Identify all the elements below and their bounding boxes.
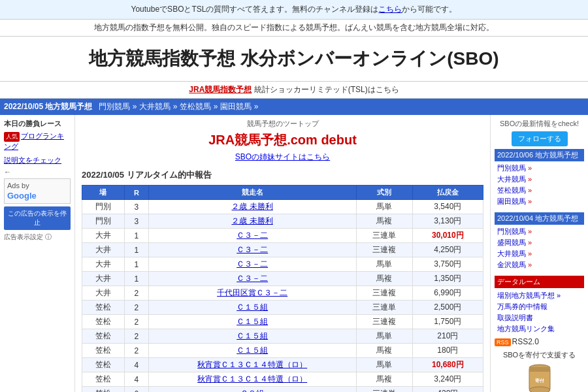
nav-ooi[interactable]: 大井競馬 » — [139, 101, 177, 112]
sidebar-monbetsu-2[interactable]: 門別競馬 » — [495, 226, 584, 237]
cell-r: 2 — [124, 329, 148, 344]
cell-r: 6 — [124, 387, 148, 393]
sister-site-link[interactable]: SBOの姉妹サイトはこちら — [235, 152, 330, 161]
cell-r: 1 — [124, 257, 148, 272]
cell-payout: 210円 — [412, 329, 483, 344]
jra-debut-title: JRA競馬予想.com debut — [82, 131, 483, 149]
race-name-link[interactable]: Ｃ３－二 — [237, 231, 268, 240]
cell-type: 馬複 — [356, 214, 412, 229]
table-row: 笠松6Ｃ９組三連単430円 — [82, 387, 483, 393]
nav-sonoda[interactable]: 園田競馬 » — [220, 101, 258, 112]
cell-type: 馬複 — [356, 272, 412, 286]
race-name-link[interactable]: Ｃ３－二 — [237, 259, 268, 269]
race-name-link[interactable]: 秋宵賞Ｃ１３Ｃ１４特選（ロ） — [197, 360, 307, 369]
cell-payout: 3,130円 — [412, 214, 483, 229]
cell-name: Ｃ１５組 — [148, 301, 356, 315]
cell-payout: 4,250円 — [412, 243, 483, 257]
table-row: 門別3２歳 未勝利馬複3,130円 — [82, 214, 483, 229]
cell-venue: 笠松 — [82, 301, 125, 315]
rss-label: RSS2.0 — [512, 337, 539, 346]
race-name-link[interactable]: Ｃ３－二 — [237, 274, 268, 283]
race-name-link[interactable]: 秋宵賞Ｃ１３Ｃ１４特選（ロ） — [197, 374, 307, 384]
cell-venue: 門別 — [82, 214, 125, 229]
sidebar-ooi-2[interactable]: 大井競馬 » — [495, 248, 584, 259]
sidebar-kasamatsu-1[interactable]: 笠松競馬 » — [495, 185, 584, 196]
table-row: 笠松2Ｃ１５組三連単2,500円 — [82, 301, 483, 315]
race-name-link[interactable]: Ｃ１５組 — [237, 317, 268, 326]
sidebar-date-1: 2022/10/06 地方競馬予想 — [495, 149, 584, 161]
sidebar-group-1: 2022/10/06 地方競馬予想 門別競馬 » 大井競馬 » 笠松競馬 » 園… — [495, 149, 584, 207]
race-name-link[interactable]: Ｃ１５組 — [237, 346, 268, 355]
cell-payout: 180円 — [412, 344, 483, 358]
cell-r: 3 — [124, 200, 148, 214]
nav-kasamatsu[interactable]: 笠松競馬 » — [180, 101, 218, 112]
top-banner-link[interactable]: こちら — [378, 5, 402, 14]
main-layout: 本日の勝負レース 人気ブログランキング 説明文をチェック ← Ads by Go… — [0, 115, 588, 392]
cell-type: 馬単 — [356, 200, 412, 214]
link-collection-link[interactable]: 地方競馬リンク集 — [495, 323, 584, 335]
cell-venue: 大井 — [82, 272, 125, 286]
ad-setting[interactable]: 広告表示設定 ⓘ — [4, 233, 71, 242]
cell-name: 秋宵賞Ｃ１３Ｃ１４特選（ロ） — [148, 358, 356, 372]
race-name-link[interactable]: 千代田区賞Ｃ３－二 — [217, 288, 287, 297]
support-text: SBOを寄付で支援する — [495, 350, 584, 360]
cell-payout: 10,680円 — [412, 358, 483, 372]
sidebar-morioka-2[interactable]: 盛岡競馬 » — [495, 237, 584, 248]
report-title: 2022/10/05 リアルタイム的中報告 — [82, 169, 483, 181]
race-table: 場 R 競走名 式別 払戻金 門別3２歳 未勝利馬単3,540円門別3２歳 未勝… — [82, 185, 483, 392]
cell-name: ２歳 未勝利 — [148, 200, 356, 214]
voucher-link[interactable]: 万馬券的中情報 — [495, 301, 584, 312]
can-icon: 寄付 — [527, 363, 553, 392]
cell-r: 2 — [124, 286, 148, 301]
sidebar-ooi-1[interactable]: 大井競馬 » — [495, 174, 584, 185]
sidebar-monbetsu-1[interactable]: 門別競馬 » — [495, 163, 584, 174]
cell-payout: 30,010円 — [412, 229, 483, 243]
left-arrow: ← — [4, 168, 71, 176]
manual-link[interactable]: 取扱説明書 — [495, 312, 584, 323]
follow-button[interactable]: フォローする — [512, 131, 568, 146]
local-prediction-link[interactable]: 場別地方競馬予想 » — [495, 290, 584, 301]
jra-link-bar: JRA競馬指数予想 統計ショッカーリミテッド(TSL)はこちら — [0, 81, 588, 99]
race-name-link[interactable]: ２歳 未勝利 — [231, 202, 272, 211]
cell-payout: 3,750円 — [412, 257, 483, 272]
cell-r: 1 — [124, 272, 148, 286]
cell-type: 三連単 — [356, 229, 412, 243]
rss-row: RSSRSS2.0 — [495, 337, 584, 346]
cell-venue: 笠松 — [82, 372, 125, 387]
check-link[interactable]: 説明文をチェック — [4, 155, 71, 165]
col-type: 式別 — [356, 186, 412, 200]
sidebar-kanazawa-2[interactable]: 金沢競馬 » — [495, 259, 584, 270]
nav-date: 2022/10/05 地方競馬予想 — [4, 101, 92, 112]
sidebar-sonoda-1[interactable]: 園田競馬 » — [495, 196, 584, 207]
data-room[interactable]: データルーム — [495, 276, 584, 288]
race-name-link[interactable]: Ｃ１５組 — [237, 331, 268, 340]
cell-type: 馬複 — [356, 372, 412, 387]
jra-link[interactable]: JRA競馬指数予想 — [189, 85, 252, 94]
cell-type: 馬単 — [356, 329, 412, 344]
cell-name: ２歳 未勝利 — [148, 214, 356, 229]
cell-payout: 1,350円 — [412, 272, 483, 286]
race-name-link[interactable]: ２歳 未勝利 — [231, 216, 272, 225]
cell-r: 2 — [124, 301, 148, 315]
table-row: 大井1Ｃ３－二馬複1,350円 — [82, 272, 483, 286]
top-banner-text: YoutubeでSBOとTSLの質問すべて答えます。無料のチャンネル登録は — [131, 5, 379, 14]
table-row: 笠松4秋宵賞Ｃ１３Ｃ１４特選（ロ）馬複3,240円 — [82, 372, 483, 387]
cell-name: Ｃ９組 — [148, 387, 356, 393]
ads-box: Ads by Google — [4, 178, 71, 204]
race-name-link[interactable]: Ｃ３－二 — [237, 245, 268, 254]
jra-link-rest: 統計ショッカーリミテッド(TSL)はこちら — [252, 85, 399, 94]
cell-venue: 笠松 — [82, 315, 125, 329]
nav-monbetsu[interactable]: 門別競馬 » — [99, 101, 137, 112]
svg-point-2 — [529, 387, 550, 392]
cell-r: 4 — [124, 372, 148, 387]
race-name-link[interactable]: Ｃ９組 — [240, 389, 264, 392]
race-name-link[interactable]: Ｃ１５組 — [237, 302, 268, 312]
table-row: 笠松4秋宵賞Ｃ１３Ｃ１４特選（ロ）馬単10,680円 — [82, 358, 483, 372]
stop-ad-button[interactable]: この広告の表示を停止 — [4, 206, 71, 230]
ranking-row: 人気ブログランキング — [4, 131, 71, 152]
cell-name: Ｃ１５組 — [148, 344, 356, 358]
col-r: R — [124, 186, 148, 200]
col-racename: 競走名 — [148, 186, 356, 200]
cell-r: 1 — [124, 229, 148, 243]
cell-payout: 430円 — [412, 387, 483, 393]
